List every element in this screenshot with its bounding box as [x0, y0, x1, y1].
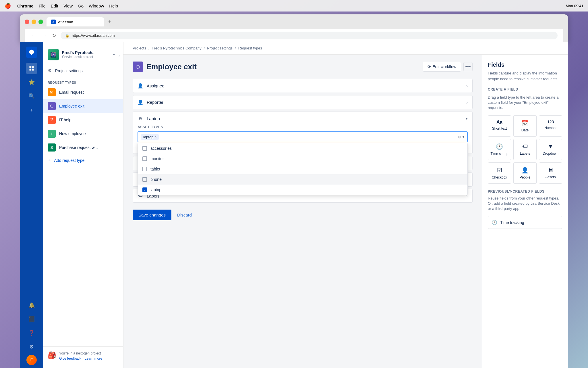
app-name[interactable]: Chrome: [17, 3, 34, 8]
laptop-tag-remove-button[interactable]: ×: [154, 135, 156, 139]
reporter-field-card: 👤 Reporter ›: [133, 95, 473, 109]
sidebar-collapse-button[interactable]: ‹: [117, 52, 121, 59]
nav-search-icon[interactable]: 🔍: [26, 90, 37, 102]
nav-projects-icon[interactable]: [26, 63, 37, 74]
nav-help-icon[interactable]: ❓: [26, 327, 37, 339]
new-tab-button[interactable]: +: [105, 17, 114, 26]
it-help-icon: ?: [48, 116, 56, 124]
number-label: Number: [544, 126, 557, 130]
dropdown-item-monitor[interactable]: monitor: [138, 154, 467, 164]
request-types-section-label: Request types: [43, 76, 123, 85]
page-header: ⬡ Employee exit ⟳ Edit workflow •••: [133, 62, 473, 72]
assignee-field-row[interactable]: 👤 Assignee ›: [133, 79, 472, 93]
project-info: Fred's Pyrotech... Service desk project: [62, 50, 110, 59]
discard-button[interactable]: Discard: [175, 210, 194, 220]
asset-search-input[interactable]: [160, 135, 456, 139]
clear-input-button[interactable]: ⊗: [458, 135, 461, 139]
nav-notifications-icon[interactable]: 🔔: [26, 300, 37, 311]
accessories-label: accessories: [150, 146, 172, 151]
purchase-request-icon: $: [48, 143, 56, 152]
breadcrumb-project-settings[interactable]: Project settings: [207, 46, 233, 50]
give-feedback-link[interactable]: Give feedback: [59, 356, 81, 361]
field-type-timestamp[interactable]: 🕐 Time stamp: [488, 139, 511, 160]
more-options-button[interactable]: •••: [463, 62, 473, 71]
previously-created-label: PREVIOUSLY-CREATED FIELDS: [488, 189, 562, 193]
browser-tab-atlassian[interactable]: A Atlassian: [47, 17, 104, 26]
email-request-icon: ✉: [48, 88, 56, 96]
apple-menu[interactable]: 🍎: [5, 3, 11, 9]
breadcrumb-sep-1: /: [148, 46, 150, 50]
maximize-window-button[interactable]: [38, 20, 43, 24]
project-header[interactable]: 🎆 Fred's Pyrotech... Service desk projec…: [48, 49, 115, 60]
field-type-number[interactable]: 123 Number: [539, 115, 562, 137]
add-icon: +: [48, 157, 51, 163]
close-window-button[interactable]: [25, 20, 29, 24]
sidebar-item-employee-exit[interactable]: ⬡ Employee exit: [43, 99, 123, 113]
phone-checkbox[interactable]: [142, 177, 147, 182]
menu-edit[interactable]: Edit: [51, 3, 58, 8]
breadcrumb-projects[interactable]: Projects: [133, 46, 146, 50]
menu-file[interactable]: File: [39, 3, 46, 8]
laptop-field-header[interactable]: 🖥 Laptop ▾: [133, 112, 472, 125]
laptop-icon: 🖥: [138, 116, 143, 121]
nav-settings-icon[interactable]: ⚙: [26, 341, 37, 352]
address-bar-input[interactable]: 🔒 https://www.atlassian.com: [61, 32, 558, 39]
reporter-chevron-icon[interactable]: ›: [466, 100, 468, 105]
atlassian-logo[interactable]: [26, 47, 37, 58]
breadcrumb-sep-2: /: [204, 46, 205, 50]
browser-chrome: A Atlassian + ← → ↻ 🔒 https://www.atlass…: [20, 14, 568, 42]
nav-create-icon[interactable]: ＋: [26, 104, 37, 116]
sidebar-item-new-employee[interactable]: + New employee: [43, 127, 123, 141]
asset-types-input[interactable]: laptop × ⊗ ▾: [138, 131, 468, 142]
field-type-checkbox[interactable]: ☑ Checkbox: [488, 162, 511, 184]
sidebar-item-purchase-request[interactable]: $ Purchase request w...: [43, 141, 123, 154]
save-changes-button[interactable]: Save changes: [133, 210, 171, 220]
breadcrumb-company[interactable]: Fred's Pyrotechnics Company: [152, 46, 202, 50]
accessories-checkbox[interactable]: [142, 146, 147, 151]
add-request-type-button[interactable]: + Add request type: [43, 154, 123, 166]
dropdown-item-phone[interactable]: phone: [138, 174, 467, 185]
field-type-assets[interactable]: 🖥 Assets: [539, 162, 562, 184]
new-employee-label: New employee: [59, 131, 86, 136]
next-gen-links: Give feedback Learn more: [59, 356, 102, 361]
nav-apps-icon[interactable]: ⬛: [26, 313, 37, 325]
asset-dropdown-arrow[interactable]: ▾: [463, 135, 464, 139]
nav-starred-icon[interactable]: ⭐: [26, 76, 37, 88]
sidebar-item-it-help[interactable]: ? IT help: [43, 113, 123, 127]
dropdown-item-accessories[interactable]: accessories: [138, 143, 467, 154]
field-type-dropdown[interactable]: ▼ Dropdown: [539, 139, 562, 160]
forward-button[interactable]: →: [41, 32, 48, 39]
nav-avatar[interactable]: F: [26, 355, 37, 365]
reporter-field-row[interactable]: 👤 Reporter ›: [133, 95, 472, 109]
field-type-date[interactable]: 📅 Date: [513, 115, 537, 137]
time-tracking-field[interactable]: 🕐 Time tracking: [488, 216, 562, 229]
menu-window[interactable]: Window: [89, 3, 104, 8]
menu-help[interactable]: Help: [109, 3, 118, 8]
sidebar-item-project-settings[interactable]: ⚙ Project settings: [43, 65, 123, 76]
monitor-checkbox[interactable]: [142, 156, 147, 161]
email-request-label: Email request: [59, 90, 84, 95]
project-dropdown-chevron[interactable]: ▾: [113, 53, 115, 57]
field-type-people[interactable]: 👤 People: [513, 162, 537, 184]
back-button[interactable]: ←: [30, 32, 37, 39]
field-type-labels[interactable]: 🏷 Labels: [513, 139, 537, 160]
refresh-button[interactable]: ↻: [51, 32, 57, 39]
main-content: Projects / Fred's Pyrotechnics Company /…: [123, 42, 568, 368]
assignee-chevron-icon[interactable]: ›: [466, 84, 468, 88]
phone-label: phone: [150, 177, 162, 182]
minimize-window-button[interactable]: [32, 20, 36, 24]
learn-more-link[interactable]: Learn more: [85, 356, 102, 361]
sidebar-item-email-request[interactable]: ✉ Email request: [43, 85, 123, 99]
people-field-icon: 👤: [521, 167, 529, 174]
dropdown-item-tablet[interactable]: tablet: [138, 164, 467, 174]
tablet-checkbox[interactable]: [142, 167, 147, 171]
menu-go[interactable]: Go: [78, 3, 84, 8]
menu-view[interactable]: View: [63, 3, 73, 8]
svg-rect-0: [30, 66, 32, 68]
dropdown-item-laptop[interactable]: ✓ laptop: [138, 185, 467, 195]
timestamp-label: Time stamp: [490, 152, 508, 156]
edit-workflow-button[interactable]: ⟳ Edit workflow: [423, 62, 461, 72]
field-type-short-text[interactable]: Aa Short text: [488, 115, 511, 137]
laptop-checkbox[interactable]: ✓: [142, 187, 147, 192]
laptop-chevron-icon[interactable]: ▾: [466, 116, 468, 121]
